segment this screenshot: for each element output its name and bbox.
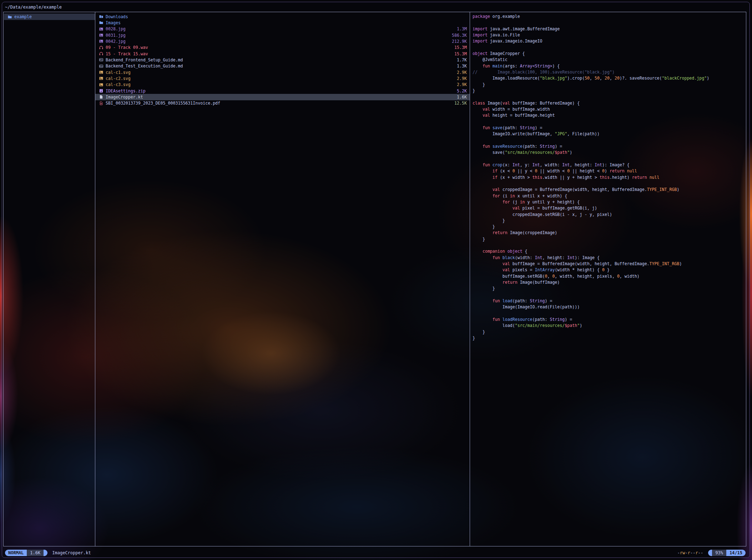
file-name: cal-c1.svg (106, 70, 457, 75)
code-line: Image.loadResource("black.jpg").crop(50,… (470, 75, 746, 81)
code-line (470, 137, 746, 143)
file-row[interactable]: 0042.jpg212.9K (95, 38, 470, 44)
mode-indicator: NORMAL (5, 550, 27, 556)
code-line: for (j in y until y + height) { (470, 199, 746, 205)
pill-cap (44, 550, 47, 556)
file-name: 09 - Track 09.wav (106, 45, 454, 50)
image-icon (99, 39, 104, 44)
file-name: SBI_0032013739_2023_DE05_0003155631Invoi… (106, 101, 454, 106)
code-line: import java.io.File (470, 32, 746, 38)
code-line (470, 45, 746, 51)
code-line: val height = buffImage.height (470, 112, 746, 118)
scroll-percent: 93% (712, 550, 726, 556)
code-line: } (470, 335, 746, 341)
current-directory-pane: DownloadsImages0028.jpg1.3M0031.jpg586.3… (95, 12, 470, 546)
file-icon (99, 95, 104, 99)
file-row[interactable]: IDEAsettings.zip5.2K (95, 88, 470, 94)
code-line: class Image(val buffImage: BufferedImage… (470, 100, 746, 106)
code-line (470, 20, 746, 26)
file-row[interactable]: cal-c1.svg2.9K (95, 69, 470, 75)
file-row[interactable]: Images (95, 20, 470, 26)
file-row[interactable]: ImageCropper.kt1.6K (95, 94, 470, 100)
breadcrumb-path: ~/Data/example/example (5, 3, 62, 12)
image-icon (99, 76, 104, 81)
file-name: 15 - Track 15.wav (106, 51, 454, 56)
code-line: buffImage.setRGB(0, 0, width, height, pi… (470, 273, 746, 279)
code-line: val croppedImage = BufferedImage(width, … (470, 187, 746, 193)
file-row[interactable]: 0028.jpg1.3M (95, 26, 470, 32)
code-line: } (470, 236, 746, 242)
file-row[interactable]: 09 - Track 09.wav15.3M (95, 45, 470, 51)
folder-icon (7, 15, 12, 19)
panes-container: example DownloadsImages0028.jpg1.3M0031.… (3, 12, 746, 546)
file-name: Images (106, 20, 467, 25)
selected-file-size: 1.6K (27, 550, 44, 556)
file-size: 1.3M (457, 26, 467, 31)
code-line: } (470, 88, 746, 94)
image-icon (99, 33, 104, 37)
desktop-wallpaper: { "colors": { "accent_blue": "#7aa2f7", … (0, 0, 752, 560)
markdown-icon (99, 57, 104, 62)
file-row[interactable]: Backend_Test_Execution_Guide.md1.3K (95, 63, 470, 69)
audio-icon (99, 45, 104, 50)
markdown-icon (99, 64, 104, 69)
code-line: fun save(path: String) = (470, 125, 746, 131)
file-preview-pane[interactable]: package org.example import java.awt.imag… (470, 12, 746, 546)
file-size: 15.3M (454, 51, 467, 56)
code-line (470, 156, 746, 162)
code-line: companion object { (470, 248, 746, 254)
code-line: fun saveResource(path: String) = (470, 143, 746, 150)
file-size: 2.9K (457, 70, 467, 75)
code-line (470, 242, 746, 248)
code-line: val width = buffImage.width (470, 106, 746, 112)
cursor-position: 14/15 (726, 550, 746, 556)
code-line (470, 94, 746, 100)
file-name: 0028.jpg (106, 26, 457, 31)
code-line (470, 292, 746, 298)
code-line (470, 181, 746, 187)
yazi-file-manager-window: ~/Data/example/example example Downloads… (2, 2, 750, 558)
code-line: croppedImage.setRGB(i - x, j - y, pixel) (470, 212, 746, 218)
code-line: save("src/main/resources/$path") (470, 150, 746, 156)
status-bar: NORMAL 1.6K ImageCropper.kt -rw-r--r-- 9… (3, 548, 748, 557)
archive-icon (99, 89, 104, 93)
code-line: // Image.black(100, 100).saveResource("b… (470, 69, 746, 75)
file-row[interactable]: 0031.jpg586.3K (95, 32, 470, 38)
code-line (470, 119, 746, 125)
mode-size-pill: NORMAL 1.6K (5, 550, 47, 556)
code-line: } (470, 329, 746, 335)
file-row[interactable]: cal-c2.svg2.9K (95, 75, 470, 81)
folder-down-icon (99, 14, 104, 19)
file-row[interactable]: SBI_0032013739_2023_DE05_0003155631Invoi… (95, 100, 470, 106)
code-line: fun main(args: Array<String>) { (470, 63, 746, 69)
code-line: return Image(buffImage) (470, 279, 746, 286)
file-size: 1.3K (457, 64, 467, 69)
code-line: fun black(width: Int, height: Int): Imag… (470, 255, 746, 261)
file-size: 12.5K (454, 101, 467, 106)
code-line: ImageIO.write(buffImage, "JPG", File(pat… (470, 131, 746, 137)
file-size: 2.9K (457, 82, 467, 87)
file-name: ImageCropper.kt (106, 95, 457, 100)
file-row[interactable]: cal-c3.svg2.9K (95, 82, 470, 88)
code-line (470, 311, 746, 317)
file-size: 1.7K (457, 57, 467, 62)
file-name: 0042.jpg (106, 39, 452, 44)
code-line: object ImageCropper { (470, 51, 746, 57)
audio-icon (99, 51, 104, 56)
code-line: } (470, 224, 746, 230)
file-size: 1.6K (457, 95, 467, 100)
parent-dir-item[interactable]: example (4, 14, 95, 20)
file-size: 15.3M (454, 45, 467, 50)
status-right-group: -rw-r--r-- 93% 14/15 (677, 550, 748, 556)
code-line: package org.example (470, 14, 746, 20)
file-size: 212.9K (452, 39, 467, 44)
file-row[interactable]: 15 - Track 15.wav15.3M (95, 51, 470, 57)
code-line: if (x < 0 || y < 0 || width < 0 || heigh… (470, 168, 746, 174)
code-line: val pixels = IntArray(width * height) { … (470, 267, 746, 273)
parent-directory-pane: example (4, 12, 95, 546)
file-row[interactable]: Backend_Frontend_Setup_Guide.md1.7K (95, 57, 470, 63)
image-icon (99, 27, 104, 31)
code-line: } (470, 82, 746, 88)
code-line: load("src/main/resources/$path") (470, 323, 746, 329)
file-row[interactable]: Downloads (95, 14, 470, 20)
